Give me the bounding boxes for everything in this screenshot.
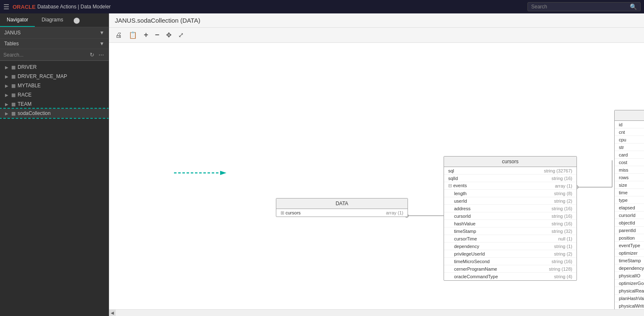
- cursors-row-address: addressstring (16): [444, 205, 576, 212]
- events-row-elapsed: elapsedstring (8): [615, 204, 644, 212]
- tree-label-team: TEAM: [18, 101, 31, 107]
- diagram-canvas[interactable]: DATA ⊞cursors array (1) cursors sqlstrin…: [109, 43, 644, 309]
- type-selector-row: Tables ▼: [0, 39, 109, 49]
- cursors-row-timestamp: timeStampstring (32): [444, 227, 576, 235]
- cursors-row-userid: userIdstring (2): [444, 197, 576, 205]
- left-panel: Navigator Diagrams ⬤ JANUS ▼ Tables ▼ ↻ …: [0, 13, 109, 316]
- horizontal-scrollbar[interactable]: ◀: [109, 309, 644, 316]
- diagram-table-cursors[interactable]: cursors sqlstring (32767) sqlIdstring (1…: [444, 156, 577, 281]
- cursors-row-cernerprogramname: cernerProgramNamestring (128): [444, 265, 576, 273]
- events-row-type: typestring (1): [615, 196, 644, 204]
- tree-label-driver-race-map: DRIVER_RACE_MAP: [18, 73, 67, 79]
- diagram-table-data-header: DATA: [276, 198, 408, 209]
- events-row-parentid: parentIdstring (4): [615, 227, 644, 234]
- global-search-box: 🔍: [527, 2, 641, 11]
- tree-arrow-driver-race-map: ▶: [5, 74, 9, 79]
- topbar: ☰ ORACLE Database Actions | Data Modeler…: [0, 0, 644, 13]
- arrow-overlay: [174, 169, 216, 177]
- tree-label-race: RACE: [18, 92, 31, 98]
- fullscreen-button[interactable]: ⤢: [176, 30, 186, 40]
- type-chevron-icon: ▼: [99, 41, 104, 47]
- tree-search-input[interactable]: [3, 52, 87, 58]
- copy-button[interactable]: 📋: [127, 30, 139, 40]
- events-row-str: strstring (4): [615, 144, 644, 151]
- zoom-out-button[interactable]: −: [153, 29, 162, 41]
- diagram-table-cursors-header: cursors: [444, 157, 576, 167]
- events-row-dependency: dependencystring (1): [615, 264, 644, 272]
- events-row-cpu: cpustring (8): [615, 136, 644, 144]
- tree-item-race[interactable]: ▶ ▦ RACE: [0, 90, 109, 99]
- events-row-size: sizestring (8): [615, 181, 644, 189]
- data-row-cursors-type: array (1): [386, 210, 403, 215]
- tree-arrow-team: ▶: [5, 102, 9, 107]
- diagram-toolbar: 🖨 📋 + − ✥ ⤢: [109, 28, 644, 43]
- schema-select[interactable]: JANUS: [4, 30, 98, 36]
- tree-arrow-driver: ▶: [5, 65, 9, 70]
- print-button[interactable]: 🖨: [113, 30, 124, 40]
- tree-item-soda-collection[interactable]: ▶ ▦ sodaCollection: [0, 109, 109, 118]
- tree-area: ▶ ▦ DRIVER ▶ ▦ DRIVER_RACE_MAP ▶ ▦ MYTAB…: [0, 61, 109, 316]
- tab-extra[interactable]: ⬤: [70, 13, 83, 27]
- events-row-planhashvalue: planHashValuestring (16): [615, 295, 644, 302]
- tree-arrow-race: ▶: [5, 93, 9, 97]
- left-tabs: Navigator Diagrams ⬤: [0, 13, 109, 27]
- more-options-icon[interactable]: ⋯: [97, 51, 105, 58]
- tree-item-driver[interactable]: ▶ ▦ DRIVER: [0, 63, 109, 72]
- refresh-icon[interactable]: ↻: [88, 51, 96, 58]
- cursors-row-sqlid: sqlIdstring (16): [444, 175, 576, 182]
- events-row-eventtype: eventTypestring (8): [615, 242, 644, 249]
- events-row-physicalio: physicalIOstring (4): [615, 272, 644, 279]
- svg-marker-7: [220, 171, 226, 175]
- tree-arrow-soda-collection: ▶: [5, 111, 9, 116]
- diagram-table-events[interactable]: events idstring (4) cntstring (8) cpustr…: [614, 110, 644, 309]
- tree-search-row: ↻ ⋯: [0, 49, 109, 61]
- zoom-in-button[interactable]: +: [142, 29, 151, 41]
- app-title: Database Actions | Data Modeler: [37, 4, 111, 10]
- events-row-card: cardstring (8): [615, 151, 644, 159]
- table-icon-team: ▦: [11, 102, 16, 107]
- tab-navigator[interactable]: Navigator: [0, 13, 35, 27]
- diagram-table-data-row-cursors: ⊞cursors array (1): [276, 209, 408, 217]
- type-select[interactable]: Tables: [4, 41, 98, 47]
- cursors-row-oraclecommandtype: oracleCommandTypestring (4): [444, 273, 576, 280]
- right-area: JANUS.sodaCollection (DATA) 🖨 📋 + − ✥ ⤢: [109, 13, 644, 316]
- cursors-row-sql: sqlstring (32767): [444, 167, 576, 175]
- main-layout: Navigator Diagrams ⬤ JANUS ▼ Tables ▼ ↻ …: [0, 13, 644, 316]
- diagram-table-data[interactable]: DATA ⊞cursors array (1): [276, 198, 408, 217]
- tree-item-mytable[interactable]: ▶ ▦ MYTABLE: [0, 81, 109, 90]
- diagram-title: JANUS.sodaCollection (DATA): [109, 13, 644, 28]
- table-icon-driver: ▦: [11, 65, 16, 70]
- cursors-row-privilegeuserid: privilegeUserIdstring (2): [444, 250, 576, 258]
- tree-item-team[interactable]: ▶ ▦ TEAM: [0, 99, 109, 109]
- events-row-time: timestring (8): [615, 189, 644, 196]
- events-row-cursorid: cursorIdstring (16): [615, 212, 644, 219]
- events-row-physicalreads: physicalReadsstring (2): [615, 287, 644, 295]
- tree-arrow-mytable: ▶: [5, 84, 9, 88]
- cursors-row-hashvalue: hashValuestring (16): [444, 220, 576, 227]
- events-row-timestamp: timeStampstring (32): [615, 257, 644, 264]
- cursors-row-dependency: dependencystring (1): [444, 243, 576, 250]
- events-row-cnt: cntstring (8): [615, 128, 644, 136]
- global-search-input[interactable]: [531, 4, 630, 10]
- scroll-left-arrow[interactable]: ◀: [109, 310, 116, 316]
- dashed-arrow-svg: [174, 169, 229, 177]
- diagram-table-events-header: events: [615, 110, 644, 121]
- data-row-cursors-name: ⊞cursors: [280, 210, 301, 216]
- menu-icon[interactable]: ☰: [3, 3, 9, 11]
- events-row-cost: coststring (4): [615, 159, 644, 166]
- tree-label-mytable: MYTABLE: [18, 83, 41, 89]
- events-row-position: positionstring (2): [615, 234, 644, 242]
- tab-diagrams[interactable]: Diagrams: [35, 13, 70, 27]
- oracle-logo: ORACLE: [13, 4, 36, 10]
- tree-label-driver: DRIVER: [18, 64, 36, 70]
- canvas-inner: DATA ⊞cursors array (1) cursors sqlstrin…: [109, 43, 644, 309]
- tree-item-driver-race-map[interactable]: ▶ ▦ DRIVER_RACE_MAP: [0, 72, 109, 81]
- move-button[interactable]: ✥: [164, 30, 174, 40]
- search-icon: 🔍: [630, 3, 637, 10]
- events-row-id: idstring (4): [615, 121, 644, 128]
- cursors-row-timemicrosecond: timeMicroSecondstring (16): [444, 258, 576, 265]
- cursors-row-events: ⊟eventsarray (1): [444, 182, 576, 190]
- schema-selector-row: JANUS ▼: [0, 27, 109, 39]
- events-row-rows: rowsstring (4): [615, 174, 644, 181]
- table-icon-driver-race-map: ▦: [11, 74, 16, 79]
